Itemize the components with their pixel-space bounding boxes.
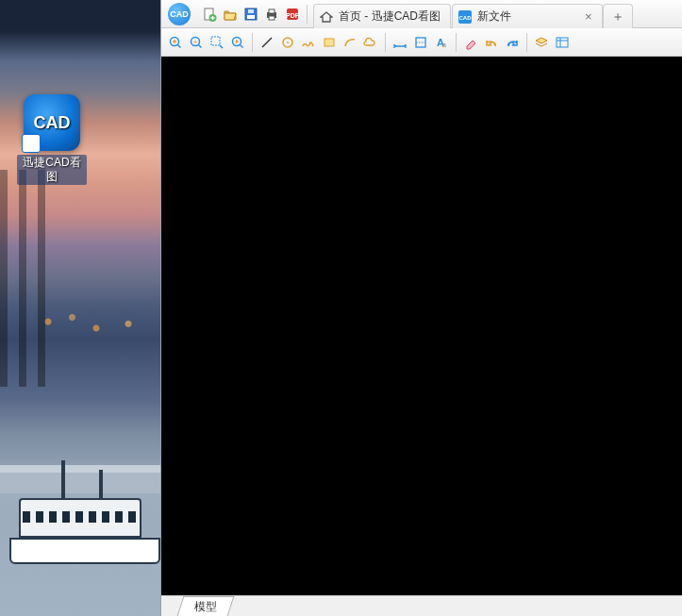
new-file-icon	[202, 7, 217, 22]
zoom-in-button[interactable]: +	[186, 32, 207, 53]
svg-text:a: a	[442, 42, 446, 48]
circle-icon	[280, 35, 295, 50]
properties-icon	[555, 35, 570, 50]
svg-point-18	[287, 42, 289, 43]
cad-app-window: CAD PDF 首页 - 迅捷CAD看图 CAD 新文件	[160, 0, 682, 616]
tab-home[interactable]: 首页 - 迅捷CAD看图	[313, 4, 451, 28]
rectangle-tool-button[interactable]	[319, 32, 340, 53]
cad-badge-icon: CAD	[458, 10, 472, 24]
svg-rect-15	[211, 37, 220, 45]
svg-text:+: +	[193, 37, 198, 45]
export-pdf-button[interactable]: PDF	[282, 4, 303, 25]
line-icon	[259, 35, 274, 50]
layout-tab-model-label: 模型	[194, 599, 217, 615]
svg-rect-23	[557, 38, 568, 47]
eraser-icon	[463, 35, 478, 50]
redo-button[interactable]	[502, 32, 523, 53]
arc-tool-button[interactable]	[340, 32, 360, 53]
tab-new-file[interactable]: CAD 新文件 ×	[452, 4, 603, 28]
svg-rect-6	[269, 9, 274, 13]
separator	[385, 33, 386, 52]
polyline-icon	[301, 35, 316, 50]
undo-icon	[484, 35, 499, 50]
text-tool-button[interactable]: Aa	[431, 32, 452, 53]
svg-rect-4	[248, 9, 254, 13]
svg-rect-3	[247, 15, 255, 19]
new-file-button[interactable]	[199, 4, 220, 25]
separator	[456, 33, 457, 52]
plus-icon: ＋	[611, 8, 624, 25]
wallpaper-ferry	[9, 470, 160, 564]
drawing-canvas[interactable]	[161, 57, 682, 595]
save-icon	[243, 7, 258, 22]
open-file-button[interactable]	[220, 4, 241, 25]
rectangle-icon	[322, 35, 337, 50]
app-logo-cad-icon: CAD	[168, 3, 191, 25]
arc-icon	[342, 35, 358, 50]
layers-icon	[534, 35, 549, 50]
tab-close-button[interactable]: ×	[585, 9, 592, 24]
zoom-extents-button[interactable]	[165, 32, 186, 53]
measure-area-button[interactable]	[410, 32, 431, 53]
layer-manager-button[interactable]	[531, 32, 552, 53]
tab-home-label: 首页 - 迅捷CAD看图	[339, 8, 441, 25]
print-button[interactable]	[261, 4, 282, 25]
area-icon	[413, 35, 428, 50]
erase-button[interactable]	[460, 32, 481, 53]
svg-text:CAD: CAD	[459, 15, 473, 21]
desktop-wallpaper: CAD 迅捷CAD看图	[0, 0, 160, 616]
drawing-toolbar: + Aa	[161, 28, 682, 57]
text-icon: Aa	[434, 35, 449, 50]
layout-tabbar: 模型	[161, 595, 682, 616]
layout-tab-model[interactable]: 模型	[177, 596, 235, 616]
pdf-icon: PDF	[285, 7, 300, 22]
cad-app-icon: CAD	[24, 94, 80, 151]
home-icon	[320, 10, 333, 24]
separator	[526, 33, 527, 52]
revision-cloud-button[interactable]	[360, 32, 381, 53]
properties-button[interactable]	[552, 32, 573, 53]
save-button[interactable]	[241, 4, 261, 25]
tab-add-button[interactable]: ＋	[603, 4, 633, 28]
zoom-extents-icon	[168, 35, 183, 50]
print-icon	[264, 7, 279, 22]
svg-rect-7	[269, 16, 274, 20]
circle-tool-button[interactable]	[277, 32, 298, 53]
cloud-icon	[363, 35, 378, 50]
separator	[252, 33, 253, 52]
measure-distance-button[interactable]	[390, 32, 410, 53]
tab-new-file-label: 新文件	[477, 8, 511, 25]
undo-button[interactable]	[481, 32, 502, 53]
zoom-in-icon: +	[189, 35, 204, 50]
open-folder-icon	[223, 7, 238, 22]
document-tabbar: 首页 - 迅捷CAD看图 CAD 新文件 × ＋	[313, 0, 633, 27]
menubar: CAD PDF 首页 - 迅捷CAD看图 CAD 新文件	[161, 0, 682, 28]
zoom-window-icon	[209, 35, 225, 50]
redo-icon	[505, 35, 520, 50]
zoom-previous-icon	[230, 35, 245, 50]
cad-icon-text: CAD	[34, 113, 71, 133]
separator	[307, 5, 308, 24]
desktop-shortcut-cad-viewer[interactable]: CAD 迅捷CAD看图	[17, 94, 87, 185]
line-tool-button[interactable]	[257, 32, 277, 53]
app-logo[interactable]: CAD	[165, 2, 193, 26]
svg-text:PDF: PDF	[286, 12, 300, 19]
polyline-tool-button[interactable]	[298, 32, 319, 53]
zoom-previous-button[interactable]	[227, 32, 248, 53]
desktop-shortcut-label: 迅捷CAD看图	[17, 155, 87, 185]
measure-icon	[392, 35, 408, 50]
zoom-window-button[interactable]	[207, 32, 227, 53]
svg-rect-19	[324, 39, 334, 46]
